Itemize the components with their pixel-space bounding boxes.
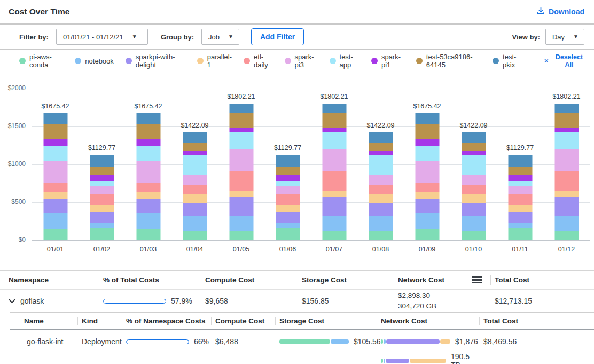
bar-segment-pi-aws-conda[interactable] — [415, 229, 439, 240]
bar-segment-etl-daily[interactable] — [183, 185, 207, 194]
bar-segment-notebook[interactable] — [369, 216, 393, 231]
legend-item-notebook[interactable]: notebook — [75, 57, 114, 65]
bar-segment-spark-pi3[interactable] — [183, 175, 207, 185]
bar-segment-spark-pi3[interactable] — [554, 149, 579, 171]
bar-segment-test-53ca9186-64145[interactable] — [369, 143, 393, 151]
stacked-bar-01/08[interactable] — [369, 132, 393, 240]
namespace-row-goflask[interactable]: goflask 57.9% $9,658 $156.85 $2,898.30 3… — [0, 290, 594, 312]
bar-segment-parallel-1[interactable] — [369, 194, 393, 203]
bar-segment-spark-pi3[interactable] — [415, 161, 439, 183]
bar-segment-spark-pi1[interactable] — [415, 139, 439, 145]
bar-segment-pi-aws-conda[interactable] — [229, 231, 253, 240]
bar-segment-spark-pi1[interactable] — [554, 128, 579, 132]
stacked-bar-01/07[interactable] — [322, 104, 346, 240]
bar-segment-pi-aws-conda[interactable] — [276, 228, 300, 240]
bar-segment-spark-pi3[interactable] — [369, 175, 393, 185]
bar-segment-parallel-1[interactable] — [90, 205, 114, 212]
legend-item-pi-aws-conda[interactable]: pi-aws-conda — [19, 53, 63, 69]
stacked-bar-01/03[interactable] — [136, 113, 160, 240]
bar-segment-test-53ca9186-64145[interactable] — [183, 143, 207, 151]
stacked-bar-01/02[interactable] — [90, 155, 114, 240]
download-button[interactable]: Download — [537, 7, 584, 17]
bar-segment-sparkpi-with-delight[interactable] — [322, 197, 346, 216]
group-by-select[interactable]: Job ▼ — [201, 29, 239, 45]
bar-segment-parallel-1[interactable] — [136, 192, 160, 199]
bar-segment-sparkpi-with-delight[interactable] — [229, 197, 253, 216]
bar-segment-spark-pi3[interactable] — [462, 175, 486, 185]
bar-segment-notebook[interactable] — [322, 216, 346, 231]
bar-segment-test-app[interactable] — [43, 146, 67, 161]
bar-segment-sparkpi-with-delight[interactable] — [508, 212, 532, 223]
bar-segment-notebook[interactable] — [229, 216, 253, 231]
bar-segment-etl-daily[interactable] — [90, 194, 114, 205]
bar-segment-sparkpi-with-delight[interactable] — [415, 199, 439, 213]
bar-segment-sparkpi-with-delight[interactable] — [554, 197, 579, 216]
bar-segment-etl-daily[interactable] — [462, 185, 486, 194]
bar-segment-test-53ca9186-64145[interactable] — [43, 124, 67, 139]
bar-segment-notebook[interactable] — [183, 216, 207, 231]
bar-segment-parallel-1[interactable] — [229, 191, 253, 197]
bar-segment-sparkpi-with-delight[interactable] — [276, 212, 300, 223]
legend-item-parallel-1[interactable]: parallel-1 — [197, 53, 232, 69]
stacked-bar-01/01[interactable] — [43, 113, 67, 240]
stacked-bar-01/09[interactable] — [415, 113, 439, 240]
legend-item-spark-pi3[interactable]: spark-pi3 — [285, 53, 318, 69]
bar-segment-spark-pi1[interactable] — [462, 151, 486, 155]
bar-segment-spark-pi3[interactable] — [229, 149, 253, 171]
bar-segment-test-pkix[interactable] — [462, 132, 486, 143]
date-range-select[interactable]: 01/01/21 - 01/12/21 ▼ — [56, 29, 148, 45]
bar-segment-test-pkix[interactable] — [136, 113, 160, 124]
bar-segment-parallel-1[interactable] — [322, 191, 346, 197]
bar-segment-test-app[interactable] — [276, 181, 300, 186]
bar-segment-etl-daily[interactable] — [43, 183, 67, 192]
bar-segment-spark-pi3[interactable] — [43, 161, 67, 183]
bar-segment-test-pkix[interactable] — [183, 132, 207, 143]
bar-segment-spark-pi1[interactable] — [90, 175, 114, 181]
bar-segment-etl-daily[interactable] — [415, 183, 439, 192]
bar-segment-test-pkix[interactable] — [415, 113, 439, 124]
bar-segment-spark-pi1[interactable] — [322, 128, 346, 132]
legend-item-spark-pi1[interactable]: spark-pi1 — [371, 53, 404, 69]
legend-item-test-53ca9186-64145[interactable]: test-53ca9186-64145 — [416, 53, 481, 69]
bar-segment-sparkpi-with-delight[interactable] — [369, 203, 393, 216]
bar-segment-test-53ca9186-64145[interactable] — [276, 167, 300, 175]
bar-segment-notebook[interactable] — [554, 216, 579, 231]
stacked-bar-01/06[interactable] — [276, 155, 300, 240]
bar-segment-sparkpi-with-delight[interactable] — [43, 199, 67, 213]
bar-segment-test-pkix[interactable] — [90, 155, 114, 167]
bar-segment-test-53ca9186-64145[interactable] — [229, 113, 253, 128]
bar-segment-parallel-1[interactable] — [462, 194, 486, 203]
bar-segment-etl-daily[interactable] — [554, 171, 579, 191]
bar-segment-pi-aws-conda[interactable] — [43, 229, 67, 240]
bar-segment-sparkpi-with-delight[interactable] — [90, 212, 114, 223]
bar-segment-test-app[interactable] — [183, 155, 207, 175]
bar-segment-test-53ca9186-64145[interactable] — [462, 143, 486, 151]
bar-segment-parallel-1[interactable] — [508, 205, 532, 212]
bar-segment-pi-aws-conda[interactable] — [554, 231, 579, 240]
bar-segment-sparkpi-with-delight[interactable] — [136, 199, 160, 213]
bar-segment-notebook[interactable] — [90, 223, 114, 228]
stacked-bar-01/05[interactable] — [229, 104, 253, 240]
bar-segment-test-pkix[interactable] — [276, 155, 300, 167]
bar-segment-test-53ca9186-64145[interactable] — [415, 124, 439, 139]
bar-segment-spark-pi3[interactable] — [276, 186, 300, 194]
bar-segment-notebook[interactable] — [462, 216, 486, 231]
bar-segment-test-pkix[interactable] — [43, 113, 67, 124]
bar-segment-test-53ca9186-64145[interactable] — [90, 167, 114, 175]
bar-segment-test-app[interactable] — [369, 155, 393, 175]
stacked-bar-01/12[interactable] — [554, 104, 579, 240]
bar-segment-notebook[interactable] — [415, 213, 439, 229]
bar-segment-pi-aws-conda[interactable] — [322, 231, 346, 240]
bar-segment-test-53ca9186-64145[interactable] — [554, 113, 579, 128]
stacked-bar-01/10[interactable] — [462, 132, 486, 240]
bar-segment-pi-aws-conda[interactable] — [136, 229, 160, 240]
bar-segment-sparkpi-with-delight[interactable] — [462, 203, 486, 216]
workload-row-go-flask-int[interactable]: go-flask-int Deployment 66% $6,488 $105.… — [10, 330, 594, 364]
bar-segment-etl-daily[interactable] — [136, 183, 160, 192]
bar-segment-parallel-1[interactable] — [276, 205, 300, 212]
bar-segment-pi-aws-conda[interactable] — [462, 231, 486, 240]
bar-segment-test-53ca9186-64145[interactable] — [508, 167, 532, 175]
bar-segment-test-app[interactable] — [90, 181, 114, 186]
bar-segment-test-pkix[interactable] — [229, 104, 253, 113]
bar-segment-test-53ca9186-64145[interactable] — [322, 113, 346, 128]
